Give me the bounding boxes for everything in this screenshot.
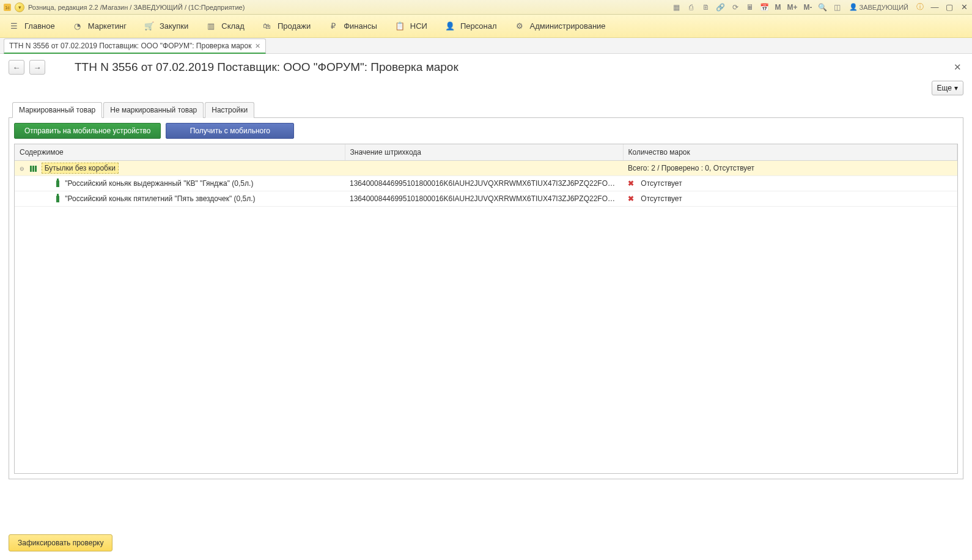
menu-nsi[interactable]: 📋 НСИ — [394, 21, 427, 32]
window-close-button[interactable]: ✕ — [959, 2, 970, 13]
user-icon: 👤 — [849, 3, 858, 11]
menu-marketing[interactable]: ◔ Маркетинг — [72, 21, 127, 32]
menu-label: Склад — [221, 21, 245, 31]
content-close-button[interactable]: ✕ — [951, 61, 963, 73]
menu-purchases[interactable]: 🛒 Закупки — [144, 21, 188, 32]
menu-label: Персонал — [460, 21, 497, 31]
menu-label: НСИ — [410, 21, 427, 31]
panel: Отправить на мобильное устройство Получи… — [9, 117, 963, 479]
tab-settings[interactable]: Настройки — [205, 102, 254, 118]
tab-close-icon[interactable]: ✕ — [255, 42, 260, 50]
col-barcode-header[interactable]: Значение штрихкода — [345, 144, 623, 161]
tab-unmarked-goods[interactable]: Не маркированный товар — [103, 102, 204, 118]
item-status: Отсутствует — [641, 194, 682, 203]
chevron-down-icon: ▾ — [954, 84, 958, 92]
pie-icon: ◔ — [72, 21, 83, 32]
app-menu-dropdown[interactable]: ▾ — [15, 2, 24, 12]
marks-grid[interactable]: Содержимое Значение штрихкода Количество… — [14, 144, 958, 474]
info-icon[interactable]: ⓘ — [915, 2, 926, 13]
document-icon[interactable]: 🗎 — [701, 2, 712, 13]
document-tab[interactable]: ТТН N 3556 от 07.02.2019 Поставщик: ООО … — [4, 39, 266, 54]
nav-forward-button[interactable]: → — [29, 60, 45, 75]
item-status: Отсутствует — [641, 179, 682, 188]
menu-warehouse[interactable]: ▥ Склад — [205, 21, 245, 32]
send-mobile-button[interactable]: Отправить на мобильное устройство — [14, 123, 161, 139]
box-icon: ▥ — [205, 21, 216, 32]
cart-icon: 🛒 — [144, 21, 155, 32]
board-icon: 📋 — [394, 21, 405, 32]
content-area: ← → ТТН N 3556 от 07.02.2019 Поставщик: … — [0, 54, 972, 529]
tab-label: Настройки — [212, 106, 248, 114]
menu-label: Закупки — [160, 21, 188, 31]
missing-icon: ✖ — [628, 194, 634, 203]
print-icon[interactable]: ⎙ — [686, 2, 697, 13]
col-content-header[interactable]: Содержимое — [15, 144, 345, 161]
menu-label: Маркетинг — [88, 21, 127, 31]
zoom-icon[interactable]: 🔍 — [817, 2, 828, 13]
user-name: ЗАВЕДУЮЩИЙ — [860, 4, 908, 11]
refresh-icon[interactable]: ⟳ — [730, 2, 741, 13]
action-row: Отправить на мобильное устройство Получи… — [14, 123, 958, 139]
nav-back-button[interactable]: ← — [9, 60, 24, 75]
item-name: "Российский коньяк пятилетний "Пять звез… — [65, 194, 255, 203]
window-maximize-button[interactable]: ▢ — [944, 2, 955, 13]
menu-personnel[interactable]: 👤 Персонал — [444, 21, 497, 32]
tab-label: Не маркированный товар — [110, 106, 197, 114]
group-row[interactable]: ⊖ Бутылки без коробки Всего: 2 / Провере… — [15, 161, 957, 176]
gear-icon: ⚙ — [514, 21, 525, 32]
window-minimize-button[interactable]: — — [929, 2, 940, 13]
group-summary: Всего: 2 / Проверено : 0, Отсутствует — [623, 161, 957, 176]
menu-sales[interactable]: 🛍 Продажи — [262, 21, 311, 32]
more-label: Еще — [937, 84, 952, 92]
missing-icon: ✖ — [628, 179, 634, 188]
menu-main[interactable]: ☰ Главное — [9, 21, 55, 32]
table-row[interactable]: "Российский коньяк пятилетний "Пять звез… — [15, 191, 957, 207]
bottle-icon — [56, 196, 59, 202]
menu-icon: ☰ — [9, 21, 20, 32]
item-barcode: 13640008446995101800016K6IAUH2JUVQXRRWMX… — [345, 176, 623, 191]
menu-label: Продажи — [278, 21, 311, 31]
calculator-icon[interactable]: 🖩 — [745, 2, 756, 13]
user-icon: 👤 — [444, 21, 455, 32]
collapse-icon[interactable]: ⊖ — [20, 166, 26, 172]
menu-label: Финансы — [344, 21, 377, 31]
svg-text:1c: 1c — [5, 6, 10, 10]
current-user[interactable]: 👤 ЗАВЕДУЮЩИЙ — [849, 3, 908, 11]
group-label: Бутылки без коробки — [42, 163, 119, 174]
item-name: "Российский коньяк выдержанный "КВ" "Гян… — [65, 179, 253, 188]
more-button[interactable]: Еще ▾ — [932, 81, 963, 95]
inner-tabs: Маркированный товар Не маркированный тов… — [9, 101, 963, 118]
bag-icon: 🛍 — [262, 21, 273, 32]
panel-icon[interactable]: ◫ — [832, 2, 843, 13]
bottle-icon — [56, 180, 59, 187]
memory-mplus-button[interactable]: M+ — [786, 2, 799, 13]
fix-check-button[interactable]: Зафиксировать проверку — [9, 534, 112, 551]
content-header: ← → ТТН N 3556 от 07.02.2019 Поставщик: … — [9, 60, 963, 75]
calendar-icon[interactable]: 📅 — [759, 2, 770, 13]
receive-mobile-button[interactable]: Получить с мобильного — [166, 123, 294, 139]
menu-admin[interactable]: ⚙ Администрирование — [514, 21, 606, 32]
memory-mminus-button[interactable]: M- — [803, 2, 814, 13]
document-tabstrip: ТТН N 3556 от 07.02.2019 Поставщик: ООО … — [0, 38, 972, 54]
main-menu: ☰ Главное ◔ Маркетинг 🛒 Закупки ▥ Склад … — [0, 15, 972, 38]
window-titlebar: 1c ▾ Розница, редакция 2.2 /Магазин / ЗА… — [0, 0, 972, 15]
memory-m-button[interactable]: M — [774, 2, 782, 13]
window-title: Розница, редакция 2.2 /Магазин / ЗАВЕДУЮ… — [28, 4, 245, 11]
item-barcode: 13640008446995101800016K6IAUH2JUVQXRRWMX… — [345, 191, 623, 207]
bottles-icon — [30, 166, 37, 172]
app-logo-icon: 1c — [2, 2, 12, 12]
footer: Зафиксировать проверку — [0, 534, 972, 560]
link-icon[interactable]: 🔗 — [715, 2, 726, 13]
tab-label: Маркированный товар — [19, 106, 95, 114]
document-tab-label: ТТН N 3556 от 07.02.2019 Поставщик: ООО … — [9, 42, 251, 50]
ruble-icon: ₽ — [328, 21, 339, 32]
tab-marked-goods[interactable]: Маркированный товар — [12, 102, 102, 118]
table-row[interactable]: "Российский коньяк выдержанный "КВ" "Гян… — [15, 176, 957, 191]
col-marks-header[interactable]: Количество марок — [623, 144, 957, 161]
menu-label: Администрирование — [530, 21, 606, 31]
grid-header-row: Содержимое Значение штрихкода Количество… — [15, 144, 957, 161]
page-title: ТТН N 3556 от 07.02.2019 Поставщик: ООО … — [75, 61, 458, 74]
menu-finance[interactable]: ₽ Финансы — [328, 21, 377, 32]
toolbar-icon-1[interactable]: ▦ — [671, 2, 682, 13]
menu-label: Главное — [24, 21, 55, 31]
